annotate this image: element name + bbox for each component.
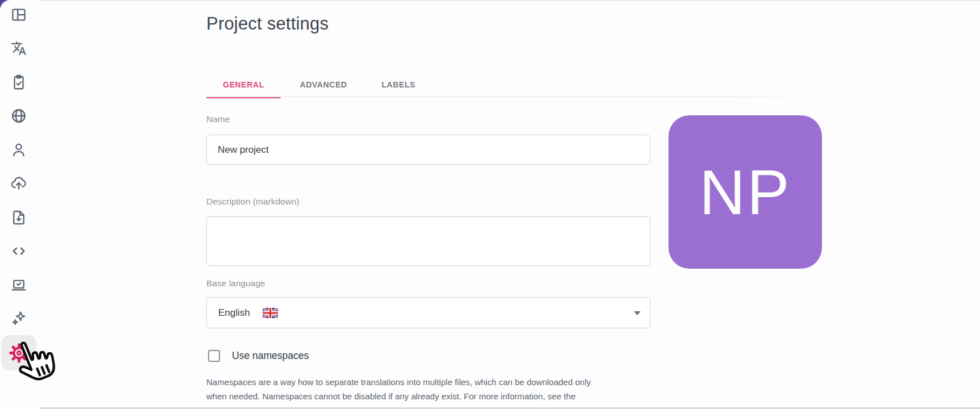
tab-general[interactable]: GENERAL: [206, 72, 281, 97]
sidebar-item-export[interactable]: [6, 171, 31, 196]
use-namespaces-label: Use namespaces: [232, 350, 309, 362]
integrate-code-icon: [10, 243, 27, 260]
name-field-label: Name: [206, 114, 230, 124]
page-title: Project settings: [206, 14, 329, 34]
tasks-clipboard-icon: [10, 74, 27, 91]
apps-laptop-check-icon: [10, 277, 27, 294]
dashboard-icon: [10, 6, 27, 23]
sidebar-item-settings[interactable]: [6, 340, 31, 365]
use-namespaces-checkbox[interactable]: [208, 350, 220, 362]
project-description-textarea[interactable]: [206, 216, 650, 266]
base-language-value: English: [218, 307, 250, 319]
sidebar-item-apps[interactable]: [6, 273, 31, 298]
namespaces-help-line-2: when needed. Namespaces cannot be disabl…: [206, 389, 655, 403]
sidebar: [0, 0, 40, 409]
import-file-download-icon: [10, 209, 27, 226]
settings-gear-icon: [9, 343, 30, 364]
tabs-divider: [206, 97, 827, 97]
base-language-field-label: Base language: [206, 278, 265, 289]
project-name-input[interactable]: [206, 135, 650, 165]
namespaces-help-line-1: Namespaces are a way how to separate tra…: [206, 375, 655, 389]
sidebar-item-languages[interactable]: [6, 103, 31, 128]
sidebar-item-import[interactable]: [6, 205, 31, 230]
sidebar-item-translations[interactable]: [6, 36, 31, 61]
sidebar-item-tasks[interactable]: [6, 70, 31, 95]
namespaces-help-text: Namespaces are a way how to separate tra…: [206, 375, 655, 403]
chevron-down-icon: [634, 311, 641, 315]
sidebar-item-integrate[interactable]: [6, 239, 31, 264]
tab-advanced[interactable]: ADVANCED: [281, 72, 366, 97]
app-surface: [0, 1, 980, 407]
use-namespaces-row[interactable]: Use namespaces: [206, 350, 309, 362]
uk-flag-icon: [263, 308, 278, 318]
tab-labels[interactable]: LABELS: [366, 72, 431, 97]
translate-icon: [11, 40, 27, 56]
ai-sparkles-icon: [10, 310, 27, 327]
description-field-label: Description (markdown): [206, 197, 300, 207]
sidebar-item-ai[interactable]: [6, 306, 31, 331]
base-language-select[interactable]: English: [206, 297, 650, 328]
settings-tabs: GENERAL ADVANCED LABELS: [206, 72, 431, 97]
languages-globe-icon: [10, 107, 27, 124]
members-user-icon: [10, 141, 27, 158]
sidebar-item-dashboard[interactable]: [6, 2, 31, 27]
project-avatar-initials: NP: [699, 156, 791, 229]
project-avatar: NP: [668, 115, 822, 269]
sidebar-item-members[interactable]: [6, 137, 31, 162]
export-cloud-upload-icon: [10, 175, 27, 192]
